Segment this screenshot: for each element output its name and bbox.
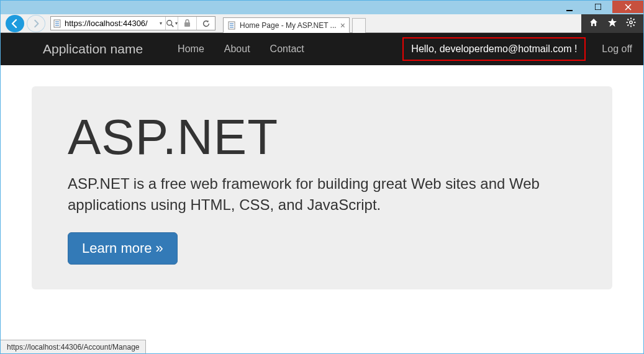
jumbo-heading: ASP.NET bbox=[68, 109, 576, 166]
lock-icon[interactable] bbox=[178, 17, 196, 30]
status-bar: https://localhost:44306/Account/Manage bbox=[1, 340, 146, 353]
page-favicon bbox=[51, 19, 63, 28]
nav-home[interactable]: Home bbox=[178, 43, 204, 55]
url-dropdown-icon[interactable]: ▾ bbox=[156, 20, 165, 26]
brand-link[interactable]: Application name bbox=[43, 42, 143, 57]
jumbotron: ASP.NET ASP.NET is a free web framework … bbox=[32, 86, 612, 289]
page-content: Application name Home About Contact Hell… bbox=[1, 33, 643, 341]
svg-point-8 bbox=[167, 20, 172, 25]
nav-contact[interactable]: Contact bbox=[270, 43, 304, 55]
address-bar: ▾ ▾ bbox=[50, 16, 215, 30]
window-minimize-button[interactable] bbox=[555, 1, 584, 13]
svg-point-15 bbox=[630, 20, 632, 23]
nav-about[interactable]: About bbox=[224, 43, 250, 55]
svg-line-9 bbox=[171, 24, 174, 27]
new-tab-button[interactable] bbox=[352, 18, 366, 33]
status-url: https://localhost:44306/Account/Manage bbox=[7, 343, 139, 352]
browser-right-controls bbox=[581, 14, 643, 33]
home-icon[interactable] bbox=[589, 17, 599, 30]
browser-tab[interactable]: Home Page - My ASP.NET ... × bbox=[223, 17, 350, 33]
window-maximize-button[interactable] bbox=[584, 1, 612, 13]
search-button[interactable]: ▾ bbox=[165, 17, 178, 30]
window-titlebar bbox=[1, 1, 643, 14]
log-off-link[interactable]: Log off bbox=[602, 43, 632, 55]
window-close-button[interactable] bbox=[612, 1, 643, 13]
jumbo-lead: ASP.NET is a free web framework for buil… bbox=[68, 173, 576, 215]
tab-close-icon[interactable]: × bbox=[340, 20, 345, 30]
svg-rect-10 bbox=[184, 22, 190, 27]
refresh-button[interactable] bbox=[196, 17, 215, 30]
back-button[interactable] bbox=[6, 15, 24, 32]
svg-line-21 bbox=[633, 24, 635, 25]
learn-more-button[interactable]: Learn more » bbox=[68, 232, 178, 265]
forward-button[interactable] bbox=[27, 15, 45, 32]
favorites-icon[interactable] bbox=[607, 17, 617, 30]
site-navbar: Application name Home About Contact Hell… bbox=[1, 33, 643, 65]
url-input[interactable] bbox=[63, 17, 156, 30]
svg-line-23 bbox=[628, 24, 629, 25]
browser-toolbar: ▾ ▾ Home Page - My ASP.NET ... × bbox=[1, 14, 643, 33]
settings-icon[interactable] bbox=[626, 17, 636, 30]
svg-line-20 bbox=[628, 19, 629, 20]
svg-rect-1 bbox=[595, 4, 601, 10]
user-greeting[interactable]: Hello, developerdemo@hotmail.com ! bbox=[402, 37, 586, 61]
tab-title: Home Page - My ASP.NET ... bbox=[240, 21, 337, 30]
svg-rect-0 bbox=[566, 10, 573, 11]
tab-favicon bbox=[227, 21, 236, 30]
svg-line-22 bbox=[633, 19, 635, 20]
